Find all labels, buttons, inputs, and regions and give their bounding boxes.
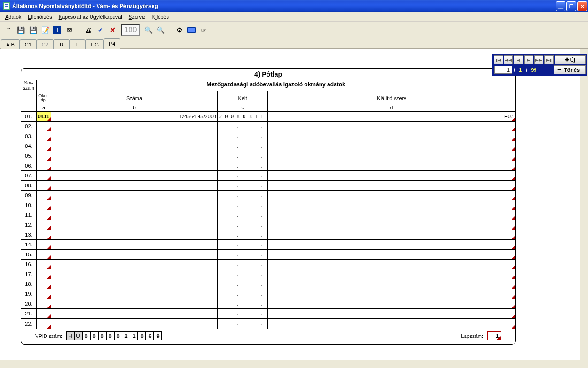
cell-okm-tip[interactable] (37, 299, 51, 308)
cell-okm-tip[interactable] (37, 309, 51, 318)
cell-kiallito[interactable] (268, 289, 515, 299)
cell-okm-tip[interactable] (37, 141, 51, 151)
cell-kelt[interactable]: . . (218, 269, 268, 279)
cell-kiallito[interactable] (268, 131, 515, 141)
cell-szama[interactable] (51, 161, 218, 170)
cell-kiallito[interactable] (268, 161, 515, 170)
save-as-icon[interactable]: 💾 (27, 24, 38, 36)
horizontal-scrollbar[interactable] (0, 360, 580, 368)
menu-szerviz[interactable]: Szerviz (125, 13, 149, 21)
vpid-char[interactable]: 2 (122, 331, 130, 340)
cell-kelt[interactable]: . . (218, 151, 268, 161)
cell-okm-tip[interactable] (37, 269, 51, 279)
tab-fg[interactable]: F.G (85, 39, 104, 49)
cell-szama[interactable] (51, 181, 218, 190)
cell-szama[interactable] (51, 240, 218, 249)
pointer-icon[interactable]: ☞ (198, 24, 209, 36)
cell-kelt[interactable]: . . (218, 260, 268, 269)
tab-ab[interactable]: A.B (1, 39, 20, 49)
vpid-char[interactable]: 0 (114, 331, 122, 340)
print-icon[interactable]: 🖨 (83, 24, 94, 36)
cell-szama[interactable] (51, 151, 218, 161)
cell-szama[interactable] (51, 141, 218, 151)
cell-kelt[interactable]: . . (218, 220, 268, 230)
info-icon[interactable]: i (52, 24, 63, 36)
cell-szama[interactable] (51, 250, 218, 259)
cell-kiallito[interactable] (268, 151, 515, 161)
vpid-char[interactable]: 0 (90, 331, 98, 340)
nav-fastback-icon[interactable]: ◀◀ (504, 55, 513, 64)
nav-prev-icon[interactable]: ◀ (514, 55, 523, 64)
cell-kiallito[interactable] (268, 200, 515, 210)
cell-okm-tip[interactable] (37, 279, 51, 289)
cell-szama[interactable] (51, 210, 218, 220)
cell-kelt[interactable]: . . (218, 309, 268, 318)
restore-button[interactable]: ❐ (566, 1, 576, 11)
cell-kiallito[interactable] (268, 250, 515, 259)
cell-kelt[interactable]: . . (218, 200, 268, 210)
vertical-scrollbar[interactable] (580, 49, 588, 368)
vpid-char[interactable]: 0 (82, 331, 90, 340)
cell-szama[interactable] (51, 289, 218, 299)
save-icon[interactable]: 💾 (15, 24, 26, 36)
lapszam-value[interactable]: 1 (487, 331, 501, 340)
cell-kiallito[interactable] (268, 141, 515, 151)
cell-okm-tip[interactable] (37, 230, 51, 239)
tab-e[interactable]: E (69, 39, 85, 49)
cell-okm-tip[interactable] (37, 171, 51, 180)
cell-szama[interactable] (51, 131, 218, 141)
vpid-char[interactable]: U (74, 331, 82, 340)
nav-next-icon[interactable]: ▶ (524, 55, 534, 64)
cell-szama[interactable] (51, 279, 218, 289)
cell-kiallito[interactable] (268, 171, 515, 180)
cell-szama[interactable] (51, 319, 218, 329)
zoom-in-icon[interactable]: 🔍 (155, 24, 166, 36)
new-icon[interactable]: 🗋 (3, 24, 14, 36)
check-icon[interactable]: ✔ (95, 24, 106, 36)
nav-last-icon[interactable]: ▶▮ (544, 55, 554, 64)
mail-icon[interactable]: ✉ (64, 24, 75, 36)
cell-kiallito[interactable] (268, 122, 515, 131)
menu-ellenorzes[interactable]: Ellenőrzés (24, 13, 55, 21)
tool2-icon[interactable] (186, 24, 197, 36)
cell-okm-tip[interactable] (37, 250, 51, 259)
cell-kiallito[interactable] (268, 210, 515, 220)
cell-kiallito[interactable] (268, 230, 515, 239)
cell-okm-tip[interactable] (37, 191, 51, 200)
cell-okm-tip[interactable] (37, 151, 51, 161)
cell-kelt[interactable]: . . (218, 171, 268, 180)
cell-okm-tip[interactable] (37, 220, 51, 230)
cell-okm-tip[interactable] (37, 161, 51, 170)
cell-szama[interactable] (51, 260, 218, 269)
cell-kiallito[interactable] (268, 181, 515, 190)
cell-okm-tip[interactable] (37, 319, 51, 329)
cell-kelt[interactable]: . . (218, 141, 268, 151)
cell-okm-tip[interactable] (37, 240, 51, 249)
zoom-input[interactable] (121, 24, 140, 36)
cell-okm-tip[interactable] (37, 260, 51, 269)
tab-p4[interactable]: P4 (104, 38, 120, 49)
cell-kiallito[interactable] (268, 220, 515, 230)
cell-kiallito[interactable] (268, 319, 515, 329)
cell-kelt[interactable]: . . (218, 122, 268, 131)
vpid-char[interactable]: H (66, 331, 74, 340)
nav-new-button[interactable]: ✚ Új (555, 55, 586, 64)
cell-szama[interactable]: 124564-45/2008 (51, 112, 218, 121)
minimize-button[interactable]: __ (556, 1, 565, 11)
cell-okm-tip[interactable] (37, 122, 51, 131)
cell-kelt[interactable]: . . (218, 299, 268, 308)
cell-okm-tip[interactable] (37, 210, 51, 220)
cell-kelt[interactable]: . . (218, 279, 268, 289)
cell-szama[interactable] (51, 122, 218, 131)
delete-icon[interactable]: ✘ (107, 24, 118, 36)
cell-szama[interactable] (51, 309, 218, 318)
cell-kelt[interactable]: . . (218, 289, 268, 299)
menu-kilepes[interactable]: Kilépés (149, 13, 172, 21)
cell-okm-tip[interactable] (37, 289, 51, 299)
close-button[interactable]: ✕ (577, 1, 587, 11)
cell-szama[interactable] (51, 220, 218, 230)
vpid-char[interactable]: 9 (154, 331, 162, 340)
vpid-char[interactable]: 6 (146, 331, 154, 340)
tab-d[interactable]: D (53, 39, 69, 49)
tab-c1[interactable]: C1 (20, 39, 37, 49)
